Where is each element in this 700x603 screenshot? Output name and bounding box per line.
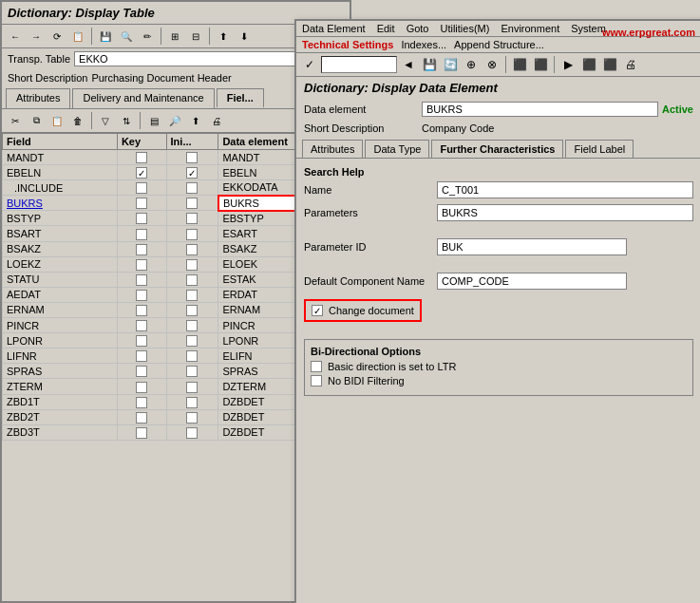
menu-environment[interactable]: Environment <box>501 23 559 34</box>
btn3[interactable]: 🔍 <box>117 27 136 46</box>
de-tab-fieldlabel[interactable]: Field Label <box>565 140 634 158</box>
field-cell[interactable]: ZTERM <box>3 379 118 394</box>
key-checkbox <box>136 167 147 179</box>
param-id-input[interactable] <box>437 238 627 255</box>
copy-btn[interactable]: ⧉ <box>27 111 46 130</box>
de-tab-further[interactable]: Further Characteristics <box>431 140 563 158</box>
de-btn8[interactable]: ⬛ <box>600 55 619 74</box>
indexes-btn[interactable]: Indexes... <box>401 39 446 50</box>
de-check-btn[interactable]: ✓ <box>300 55 319 74</box>
delete-btn[interactable]: 🗑 <box>68 111 87 130</box>
de-btn4[interactable]: ⬛ <box>510 55 529 74</box>
field-cell[interactable]: LOEKZ <box>3 256 118 272</box>
field-cell[interactable]: ZBD1T <box>3 394 118 409</box>
tab-attributes[interactable]: Attributes <box>6 88 70 108</box>
field-cell[interactable]: ERNAM <box>3 302 118 317</box>
de-nav-left[interactable]: ◄ <box>399 55 418 74</box>
de-btn5[interactable]: ⬛ <box>531 55 550 74</box>
btn7[interactable]: ⬆ <box>214 27 233 46</box>
field-cell[interactable]: BSART <box>3 226 118 241</box>
btn1[interactable]: 📋 <box>68 27 87 46</box>
append-structure-btn[interactable]: Append Structure... <box>454 39 544 50</box>
de-tab-attributes[interactable]: Attributes <box>302 140 363 158</box>
btn6[interactable]: ⊟ <box>186 27 205 46</box>
btn2[interactable]: 💾 <box>96 27 115 46</box>
comp-label: Default Component Name <box>304 275 437 287</box>
btn8[interactable]: ⬇ <box>235 27 254 46</box>
field-cell[interactable]: STATU <box>3 272 118 287</box>
de-btn9[interactable]: 🖨 <box>621 55 640 74</box>
field-cell[interactable]: LIFNR <box>3 349 118 364</box>
de-element-label: Data element <box>304 104 418 115</box>
field-cell[interactable]: MANDT <box>3 150 118 165</box>
cut-btn[interactable]: ✂ <box>6 111 25 130</box>
field-cell[interactable]: SPRAS <box>3 364 118 379</box>
tb3[interactable]: ⬆ <box>186 111 205 130</box>
de-save-btn[interactable]: 💾 <box>420 55 439 74</box>
tb2[interactable]: 🔎 <box>165 111 184 130</box>
field-cell[interactable]: LPONR <box>3 333 118 349</box>
field-cell[interactable]: BUKRS <box>3 196 118 211</box>
sort-btn[interactable]: ⇅ <box>117 111 136 130</box>
tb4[interactable]: 🖨 <box>207 111 226 130</box>
search-params-input[interactable] <box>437 204 693 221</box>
key-cell <box>117 150 166 165</box>
search-name-input[interactable] <box>437 181 693 198</box>
technical-settings-btn[interactable]: Technical Settings <box>302 39 393 50</box>
de-tab-datatype[interactable]: Data Type <box>365 140 429 158</box>
de-btn3[interactable]: ⊗ <box>482 55 501 74</box>
de-btn1[interactable]: 🔄 <box>441 55 460 74</box>
change-doc-row[interactable]: Change document <box>304 299 422 322</box>
de-search-input[interactable] <box>321 56 397 73</box>
bidi-chk1[interactable] <box>311 361 322 372</box>
menu-system[interactable]: System <box>571 23 606 34</box>
ini-checkbox <box>186 213 198 224</box>
field-cell[interactable]: BSAKZ <box>3 241 118 256</box>
ini-checkbox <box>186 397 198 408</box>
field-cell[interactable]: EBELN <box>3 165 118 180</box>
menu-edit[interactable]: Edit <box>377 23 395 34</box>
ini-checkbox <box>186 229 198 240</box>
key-cell <box>117 241 166 256</box>
bidi-chk2[interactable] <box>311 375 322 386</box>
change-doc-checkbox[interactable] <box>312 305 323 316</box>
btn4[interactable]: ✏ <box>138 27 157 46</box>
back-btn[interactable]: ← <box>6 27 25 46</box>
ini-checkbox <box>186 382 198 393</box>
de-element-value: BUKRS <box>422 102 658 117</box>
field-cell[interactable]: ZBD3T <box>3 424 118 440</box>
key-cell <box>117 424 166 440</box>
ini-cell <box>166 333 218 349</box>
tb1[interactable]: ▤ <box>144 111 163 130</box>
key-cell <box>117 211 166 226</box>
paste-btn[interactable]: 📋 <box>47 111 66 130</box>
ini-checkbox <box>186 274 198 286</box>
field-link[interactable]: BUKRS <box>7 198 43 209</box>
tab-fields[interactable]: Fiel... <box>217 88 264 108</box>
de-btn7[interactable]: ⬛ <box>579 55 598 74</box>
field-cell[interactable]: .INCLUDE <box>3 180 118 196</box>
menu-goto[interactable]: Goto <box>407 23 429 34</box>
comp-row: Default Component Name <box>304 273 693 290</box>
bidi-opt1: Basic direction is set to LTR <box>328 361 457 372</box>
key-checkbox <box>136 182 147 194</box>
filter-btn[interactable]: ▽ <box>96 111 115 130</box>
field-cell[interactable]: PINCR <box>3 318 118 333</box>
key-cell <box>117 165 166 180</box>
field-cell[interactable]: AEDAT <box>3 287 118 302</box>
refresh-btn[interactable]: ⟳ <box>47 27 66 46</box>
key-checkbox <box>136 229 147 240</box>
search-params-row: Parameters <box>304 204 693 221</box>
col-field: Field <box>3 134 118 150</box>
menu-utilities[interactable]: Utilities(M) <box>440 23 489 34</box>
menu-dataelement[interactable]: Data Element <box>302 23 366 34</box>
col-key: Key <box>117 134 166 150</box>
field-cell[interactable]: BSTYP <box>3 211 118 226</box>
field-cell[interactable]: ZBD2T <box>3 409 118 424</box>
btn5[interactable]: ⊞ <box>165 27 184 46</box>
tab-delivery[interactable]: Delivery and Maintenance <box>72 88 214 108</box>
fwd-btn[interactable]: → <box>27 27 46 46</box>
comp-input[interactable] <box>437 273 627 290</box>
de-btn2[interactable]: ⊕ <box>462 55 481 74</box>
de-btn6[interactable]: ▶ <box>558 55 577 74</box>
